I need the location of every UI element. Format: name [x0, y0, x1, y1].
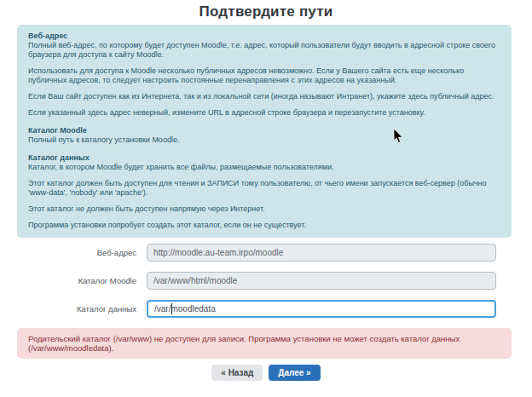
info-paragraph: Если Ваш сайт доступен как из Интернета,…: [28, 92, 500, 101]
paths-form: Веб-адрес Каталог Moodle Каталог данных: [17, 244, 532, 318]
info-section-moodle-directory: Каталог Moodle Полный путь к каталогу ус…: [28, 126, 500, 145]
data-directory-label: Каталог данных: [17, 304, 136, 314]
next-button[interactable]: Далее »: [269, 365, 320, 381]
info-paragraph: Этот каталог не должен быть доступен нап…: [28, 204, 500, 214]
moodle-directory-input[interactable]: [147, 272, 496, 290]
moodle-directory-label: Каталог Moodle: [17, 276, 136, 285]
info-heading-web-address: Веб-адрес: [28, 32, 500, 41]
error-message: Родительский каталог (/var/www) не досту…: [28, 334, 460, 353]
text-caret: [171, 303, 172, 314]
error-alert: Родительский каталог (/var/www) не досту…: [17, 328, 512, 359]
data-directory-input-wrap: [147, 300, 496, 318]
info-paragraph: Полный путь к каталогу установки Moodle.: [28, 135, 500, 145]
info-heading-data-directory: Каталог данных: [28, 153, 500, 163]
info-paragraph: Если указанный здесь адрес неверный, изм…: [28, 108, 500, 118]
info-paragraph: Использовать для доступа к Moodle нескол…: [28, 66, 500, 85]
info-paragraph: Этот каталог должен быть доступен для чт…: [28, 179, 500, 198]
data-directory-input[interactable]: [147, 300, 496, 318]
form-row-data-directory: Каталог данных: [17, 300, 532, 318]
info-paragraph: Каталог, в котором Moodle будет хранить …: [28, 163, 500, 172]
form-row-web-address: Веб-адрес: [17, 244, 532, 262]
info-heading-moodle-directory: Каталог Moodle: [28, 126, 500, 135]
info-paragraph: Полный веб-адрес, по которому будет дост…: [28, 41, 500, 60]
info-section-web-address: Веб-адрес Полный веб-адрес, по которому …: [28, 32, 500, 118]
info-paragraph: Программа установки попробует создать эт…: [28, 221, 500, 230]
info-section-data-directory: Каталог данных Каталог, в котором Moodle…: [28, 153, 500, 230]
form-row-moodle-directory: Каталог Moodle: [17, 272, 532, 290]
paths-info-box: Веб-адрес Полный веб-адрес, по которому …: [17, 25, 512, 238]
page-title: Подтвердите пути: [0, 0, 532, 20]
navigation-buttons: « Назад Далее »: [0, 365, 532, 381]
mouse-cursor-icon: [393, 129, 403, 144]
moodle-install-confirm-paths-page: Подтвердите пути Веб-адрес Полный веб-ад…: [0, 0, 532, 381]
back-button[interactable]: « Назад: [211, 365, 263, 381]
web-address-label: Веб-адрес: [17, 248, 136, 257]
web-address-input[interactable]: [147, 244, 496, 262]
